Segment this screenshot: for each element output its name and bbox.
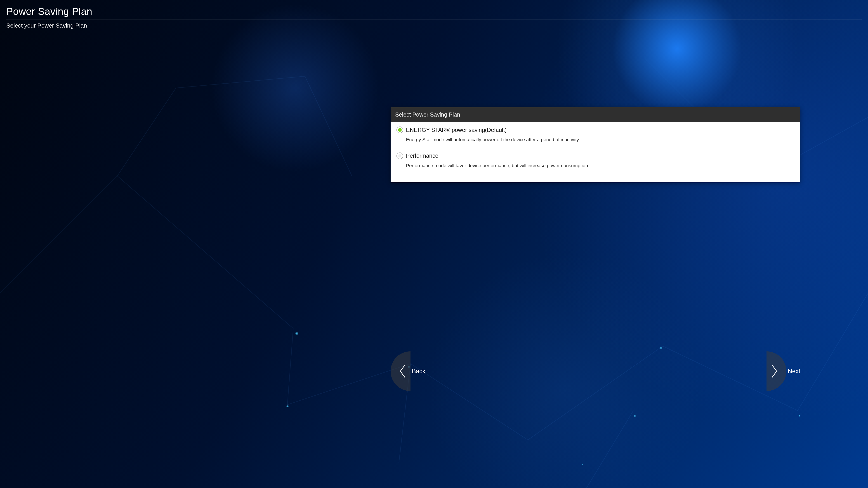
radio-unselected-icon (397, 153, 403, 159)
radio-selected-icon (397, 127, 403, 133)
power-plan-card: Select Power Saving Plan ENERGY STAR® po… (391, 107, 800, 182)
card-header: Select Power Saving Plan (391, 107, 800, 122)
page-subtitle: Select your Power Saving Plan (6, 22, 862, 29)
page-title: Power Saving Plan (6, 6, 862, 17)
option-energy-star[interactable]: ENERGY STAR® power saving(Default) Energ… (397, 127, 794, 143)
next-label: Next (788, 368, 800, 375)
chevron-right-icon (767, 351, 786, 391)
option-description: Energy Star mode will automatically powe… (406, 136, 794, 143)
back-label: Back (412, 368, 426, 375)
option-label: Performance (406, 153, 438, 159)
title-divider (6, 19, 862, 20)
next-button[interactable]: Next (767, 351, 800, 391)
option-label: ENERGY STAR® power saving(Default) (406, 127, 506, 133)
option-description: Performance mode will favor device perfo… (406, 162, 794, 169)
back-button[interactable]: Back (391, 351, 426, 391)
option-performance[interactable]: Performance Performance mode will favor … (397, 153, 794, 169)
chevron-left-icon (391, 351, 410, 391)
